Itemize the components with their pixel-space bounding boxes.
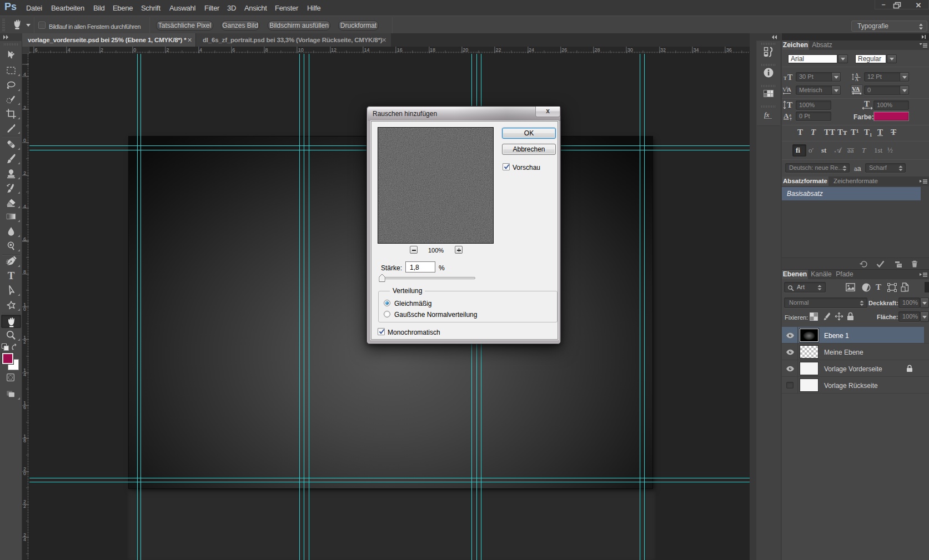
svg-text:T: T bbox=[787, 100, 792, 109]
svg-text:VA: VA bbox=[852, 85, 860, 92]
svg-text:T: T bbox=[787, 73, 793, 82]
svg-text:V: V bbox=[782, 86, 787, 93]
svg-text:fx: fx bbox=[764, 110, 770, 119]
svg-text:T: T bbox=[784, 75, 787, 81]
svg-text:A: A bbox=[784, 112, 789, 120]
svg-text:A: A bbox=[855, 77, 858, 82]
svg-text:a: a bbox=[789, 112, 791, 118]
svg-text:T: T bbox=[8, 270, 15, 281]
svg-text:T: T bbox=[864, 100, 870, 108]
